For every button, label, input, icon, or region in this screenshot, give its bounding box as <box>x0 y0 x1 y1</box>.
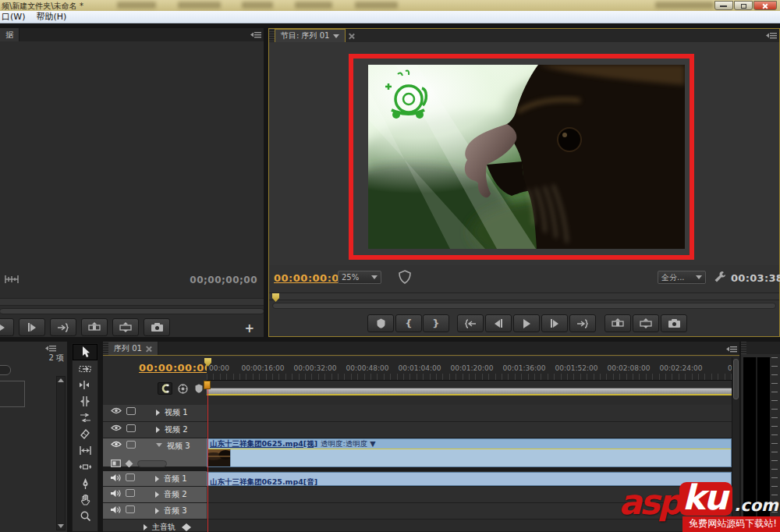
chevron-down-icon[interactable] <box>333 34 339 38</box>
project-item-partial[interactable] <box>0 381 25 407</box>
slip-tool[interactable] <box>73 442 98 459</box>
hand-tool[interactable] <box>73 491 98 508</box>
video-clip-title-bar[interactable]: 山东十三祥集团0625.mp4[视] 透明度:透明度 ▼ <box>207 439 731 449</box>
panel-menu-icon[interactable] <box>726 346 737 353</box>
track-head-video-3[interactable]: 视频 1 <box>103 405 207 422</box>
tab-program-sequence[interactable]: 节目: 序列 01 <box>275 29 346 42</box>
track-head-master[interactable]: 主音轨 <box>103 520 207 532</box>
audio-clip-name[interactable]: 山东十三祥集团0625.mp4[音] <box>210 477 317 486</box>
timeline-timecode[interactable]: 00:00:00:00 <box>139 362 211 374</box>
settings-wrench-icon[interactable] <box>714 271 725 283</box>
timeline-ruler[interactable]: 00:00 00:00:16:00 00:00:32:00 00:00:48:0… <box>207 357 732 381</box>
video-clip-effect[interactable]: 透明度:透明度 ▼ <box>321 439 376 449</box>
keyframe-icon[interactable] <box>126 459 133 467</box>
minimize-button[interactable] <box>714 1 733 10</box>
scroll-down-icon[interactable] <box>58 524 64 528</box>
goto-out-button[interactable] <box>50 318 76 336</box>
safe-margins-icon[interactable] <box>399 270 411 284</box>
mark-in-button[interactable]: { <box>395 314 422 332</box>
expand-triangle-icon[interactable] <box>144 524 147 530</box>
playhead-line[interactable] <box>207 388 208 532</box>
panel-grip[interactable] <box>103 342 108 355</box>
expand-triangle-icon[interactable] <box>155 476 159 482</box>
selection-tool[interactable] <box>73 344 98 360</box>
step-forward-button[interactable] <box>19 318 45 336</box>
razor-tool[interactable] <box>73 426 98 442</box>
source-scrub-ruler[interactable] <box>0 298 264 306</box>
program-scrollbar[interactable] <box>272 303 776 309</box>
rate-stretch-tool[interactable] <box>73 410 98 426</box>
pen-tool[interactable] <box>73 475 98 491</box>
speaker-icon[interactable] <box>111 489 121 498</box>
rolling-edit-tool[interactable] <box>73 393 98 410</box>
source-scrollbar[interactable] <box>0 308 264 314</box>
audio-waveform-icon[interactable] <box>5 275 19 283</box>
play-button[interactable] <box>0 318 14 336</box>
tab-metadata[interactable]: 据 <box>0 28 20 41</box>
expand-triangle-icon[interactable] <box>155 491 159 498</box>
track-content-video-2[interactable] <box>207 422 732 438</box>
extract-button[interactable] <box>112 318 139 336</box>
track-lock-icon[interactable] <box>126 489 135 497</box>
track-content-video-1[interactable]: 山东十三祥集团0625.mp4[视] 透明度:透明度 ▼ <box>207 438 732 467</box>
search-input[interactable] <box>0 365 11 375</box>
program-position-timecode[interactable]: 00:00:00:00 <box>274 272 346 284</box>
tab-close-icon[interactable] <box>146 346 152 352</box>
ripple-edit-tool[interactable] <box>73 377 98 393</box>
snap-magnet-icon[interactable] <box>158 382 172 395</box>
expand-triangle-icon[interactable] <box>156 427 160 433</box>
zoom-level-select[interactable]: 25% <box>338 271 381 284</box>
track-select-tool[interactable] <box>73 360 98 377</box>
eye-icon[interactable] <box>111 441 122 448</box>
track-head-video-1[interactable]: 视频 3 <box>103 438 207 467</box>
video-clip-name[interactable]: 山东十三祥集团0625.mp4[视] <box>210 439 317 449</box>
project-scrollbar[interactable] <box>56 376 66 530</box>
lift-button[interactable] <box>81 318 108 336</box>
track-head-audio-1[interactable]: 音频 1 <box>103 471 207 487</box>
set-display-style-icon[interactable] <box>111 459 121 467</box>
track-content-video-3[interactable] <box>207 405 732 422</box>
collapse-triangle-icon[interactable] <box>156 443 162 447</box>
mark-out-button[interactable]: } <box>423 314 449 332</box>
video-clip-body[interactable] <box>207 449 731 466</box>
speaker-icon[interactable] <box>111 473 121 482</box>
step-back-button[interactable] <box>485 314 512 332</box>
speaker-icon[interactable] <box>111 505 121 514</box>
master-output-icon[interactable] <box>186 523 191 531</box>
work-area-bar[interactable] <box>207 388 732 395</box>
resolution-select[interactable]: 全分... <box>658 271 706 284</box>
extract-button[interactable] <box>633 314 659 332</box>
menu-help[interactable]: 帮助(H) <box>36 11 66 23</box>
expand-triangle-icon[interactable] <box>156 410 160 416</box>
program-playhead[interactable] <box>272 293 279 302</box>
eye-icon[interactable] <box>111 424 122 431</box>
goto-out-button[interactable] <box>569 314 596 332</box>
track-lock-icon[interactable] <box>126 505 135 513</box>
panel-menu-icon[interactable] <box>250 31 261 38</box>
add-button[interactable]: + <box>244 321 254 335</box>
play-button[interactable] <box>513 314 540 332</box>
panel-menu-icon[interactable] <box>766 32 777 39</box>
close-button[interactable] <box>753 1 777 10</box>
expand-triangle-icon[interactable] <box>155 508 159 514</box>
add-marker-button[interactable] <box>367 314 394 332</box>
panel-menu-icon[interactable] <box>45 345 56 352</box>
step-forward-button[interactable] <box>541 314 568 332</box>
zoom-tool[interactable] <box>73 508 98 524</box>
menu-window[interactable]: 口(W) <box>2 11 25 23</box>
slide-tool[interactable] <box>73 459 98 475</box>
track-head-audio-2[interactable]: 音频 2 <box>103 487 207 503</box>
lift-button[interactable] <box>604 314 631 332</box>
restore-button[interactable] <box>734 1 753 10</box>
scroll-up-icon[interactable] <box>58 378 64 382</box>
track-lock-icon[interactable] <box>126 441 136 449</box>
eye-icon[interactable] <box>111 407 122 414</box>
workarea-start-marker[interactable] <box>204 381 211 389</box>
track-lock-icon[interactable] <box>126 424 136 432</box>
track-head-video-2[interactable]: 视频 2 <box>103 422 207 438</box>
export-frame-button[interactable] <box>661 314 687 332</box>
video-clip[interactable]: 山东十三祥集团0625.mp4[视] 透明度:透明度 ▼ <box>207 438 732 467</box>
track-lock-icon[interactable] <box>126 473 135 481</box>
tab-close-icon[interactable] <box>349 33 355 39</box>
track-head-audio-3[interactable]: 音频 3 <box>103 503 207 520</box>
